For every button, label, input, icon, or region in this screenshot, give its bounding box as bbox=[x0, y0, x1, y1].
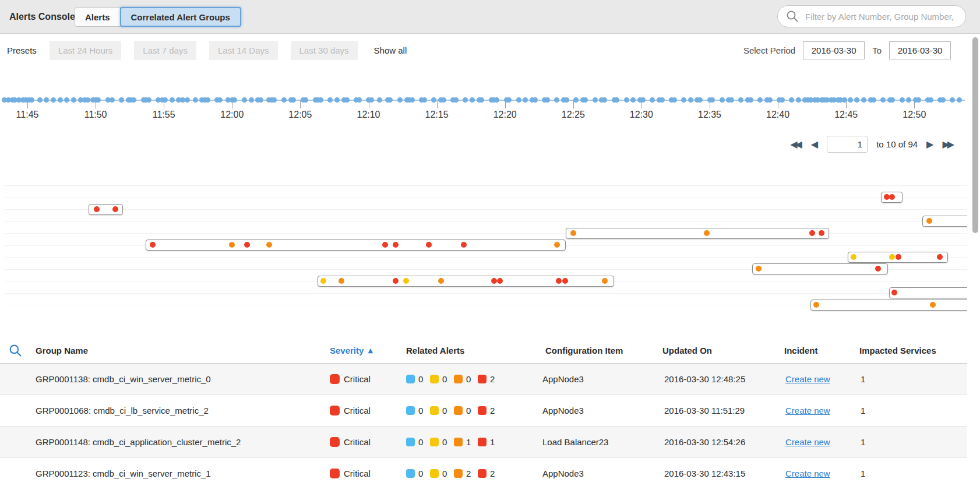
alert-event-dot bbox=[266, 242, 272, 248]
create-incident-link[interactable]: Create new bbox=[785, 469, 830, 478]
group-name-cell: GRP0001138: cmdb_ci_win_server_metric_0 bbox=[36, 364, 211, 395]
related-alert-badge bbox=[430, 364, 439, 395]
minor-badge bbox=[430, 375, 439, 383]
timeline-alert-dot bbox=[281, 97, 287, 103]
alert-group-span[interactable] bbox=[881, 192, 903, 203]
view-tabs: Alerts Correlated Alert Groups bbox=[75, 7, 241, 27]
tab-alerts[interactable]: Alerts bbox=[75, 7, 121, 27]
related-alert-count: 0 bbox=[466, 395, 471, 426]
preset-buttons: Last 24 HoursLast 7 daysLast 14 DaysLast… bbox=[37, 41, 358, 60]
info-badge bbox=[406, 375, 415, 383]
column-header-configuration-item[interactable]: Configuration Item bbox=[545, 338, 623, 363]
alert-event-dot bbox=[497, 278, 503, 284]
preset-last-24-hours[interactable]: Last 24 Hours bbox=[50, 41, 121, 60]
period-to-input[interactable] bbox=[889, 41, 951, 59]
alerts-console-page: Alerts Console Alerts Correlated Alert G… bbox=[0, 0, 980, 486]
column-header-incident[interactable]: Incident bbox=[784, 338, 818, 363]
alert-group-span[interactable] bbox=[848, 252, 948, 263]
timeline-alert-dot bbox=[545, 97, 550, 103]
related-alert-count: 0 bbox=[442, 364, 447, 395]
alert-event-dot bbox=[570, 230, 576, 236]
column-header-related-alerts[interactable]: Related Alerts bbox=[406, 338, 464, 363]
alert-group-span[interactable] bbox=[89, 204, 123, 215]
major-badge bbox=[454, 406, 463, 415]
column-header-severity[interactable]: Severity ▲ bbox=[330, 338, 373, 363]
column-header-group-name[interactable]: Group Name bbox=[36, 338, 88, 363]
timeline-tick-label: 12:50 bbox=[903, 110, 926, 120]
filter-search-input[interactable] bbox=[804, 11, 957, 22]
table-row[interactable]: GRP0001068: cmdb_ci_lb_service_metric_2C… bbox=[0, 395, 967, 426]
impacted-services-cell: 1 bbox=[861, 458, 865, 486]
alert-event-dot bbox=[94, 206, 100, 212]
preset-last-14-days[interactable]: Last 14 Days bbox=[209, 41, 278, 60]
last-page-button[interactable]: ▶▶ bbox=[942, 139, 954, 150]
tab-correlated-alert-groups[interactable]: Correlated Alert Groups bbox=[120, 7, 241, 27]
updated-on-cell: 2016-03-30 12:48:25 bbox=[664, 364, 745, 395]
column-header-impacted-services[interactable]: Impacted Services bbox=[859, 338, 936, 363]
severity-critical-icon bbox=[330, 374, 340, 384]
alert-group-span[interactable] bbox=[566, 228, 829, 239]
incident-cell: Create new bbox=[785, 427, 830, 457]
page-number-input[interactable] bbox=[827, 136, 868, 153]
alert-group-span[interactable] bbox=[922, 216, 967, 227]
timeline-alert-dot bbox=[940, 97, 946, 103]
timeline-tick-label: 12:25 bbox=[562, 110, 585, 120]
select-period-label: Select Period bbox=[743, 45, 795, 55]
related-alert-badge bbox=[406, 458, 415, 486]
period-from-input[interactable] bbox=[803, 41, 865, 59]
time-filter-row: Presets Last 24 HoursLast 7 daysLast 14 … bbox=[0, 40, 980, 61]
column-header-updated-on[interactable]: Updated On bbox=[662, 338, 712, 363]
timeline-alert-dot bbox=[729, 97, 734, 103]
create-incident-link[interactable]: Create new bbox=[785, 437, 830, 447]
table-row[interactable]: GRP0001148: cmdb_ci_application_cluster_… bbox=[0, 426, 967, 457]
previous-page-button[interactable]: ◀ bbox=[811, 139, 818, 150]
preset-last-30-days[interactable]: Last 30 days bbox=[291, 41, 358, 60]
show-all-button[interactable]: Show all bbox=[371, 45, 411, 56]
preset-last-7-days[interactable]: Last 7 days bbox=[134, 41, 196, 60]
impacted-services-cell: 1 bbox=[861, 395, 865, 426]
timeline-alert-dot bbox=[789, 97, 794, 103]
next-page-button[interactable]: ▶ bbox=[926, 139, 933, 150]
gridline bbox=[5, 257, 967, 258]
alert-group-span[interactable] bbox=[318, 276, 614, 287]
create-incident-link[interactable]: Create new bbox=[785, 406, 830, 415]
vertical-scrollbar[interactable] bbox=[972, 36, 979, 484]
info-badge bbox=[406, 438, 415, 446]
group-name-cell: GRP0001148: cmdb_ci_application_cluster_… bbox=[36, 427, 241, 457]
first-page-button[interactable]: ◀◀ bbox=[790, 139, 802, 150]
alert-group-span[interactable] bbox=[752, 263, 888, 274]
alert-event-dot bbox=[556, 278, 562, 284]
alert-event-dot bbox=[926, 218, 932, 224]
alert-event-dot bbox=[554, 242, 560, 248]
select-period: Select Period To bbox=[743, 40, 951, 61]
timeline-alert-dot bbox=[554, 97, 559, 103]
incident-cell: Create new bbox=[785, 364, 830, 395]
timeline-alert-dot bbox=[357, 97, 362, 103]
scrollbar-thumb[interactable] bbox=[972, 37, 978, 233]
table-search-icon[interactable] bbox=[9, 344, 22, 360]
create-incident-link[interactable]: Create new bbox=[785, 374, 830, 384]
timeline-alert-dot bbox=[163, 97, 168, 103]
alert-group-span[interactable] bbox=[810, 300, 967, 311]
incident-cell: Create new bbox=[785, 395, 830, 426]
sort-ascending-icon: ▲ bbox=[368, 347, 372, 354]
timeline-tick-label: 12:30 bbox=[630, 110, 653, 120]
related-alert-badge bbox=[454, 395, 463, 426]
alert-group-span[interactable] bbox=[146, 240, 566, 251]
timeline-alert-dot bbox=[110, 97, 115, 103]
timeline-alert-dot bbox=[441, 97, 446, 103]
alert-event-dot bbox=[602, 278, 608, 284]
timeline-alert-dot bbox=[470, 97, 475, 103]
table-row[interactable]: GRP0001138: cmdb_ci_win_server_metric_0C… bbox=[0, 364, 967, 395]
alert-group-span[interactable] bbox=[889, 287, 967, 298]
minor-badge bbox=[430, 438, 439, 446]
table-row[interactable]: GRP0001123: cmdb_ci_win_server_metric_1C… bbox=[0, 457, 967, 486]
related-alert-badge bbox=[406, 427, 415, 457]
timeline-alert-dot bbox=[906, 97, 911, 103]
severity-label: Critical bbox=[344, 395, 371, 426]
related-alert-count: 0 bbox=[442, 395, 447, 426]
timeline-alert-dot bbox=[710, 97, 715, 103]
related-alert-badge bbox=[478, 364, 487, 395]
table-body: GRP0001138: cmdb_ci_win_server_metric_0C… bbox=[0, 364, 967, 486]
timeline-alert-dot bbox=[37, 97, 43, 103]
